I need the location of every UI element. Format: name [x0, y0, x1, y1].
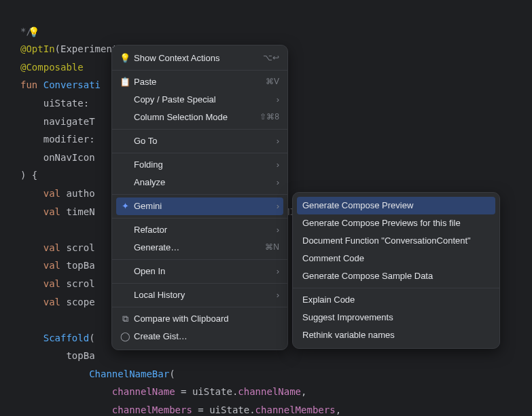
menu-separator	[112, 153, 287, 153]
menu-goto[interactable]: Go To ›	[112, 132, 287, 150]
arg-channelname: channelName	[112, 386, 175, 397]
submenu-comment-code[interactable]: Comment Code	[293, 250, 499, 267]
submenu-generate-sample-data[interactable]: Generate Compose Sample Data	[293, 267, 499, 285]
menu-separator	[112, 218, 287, 219]
menu-generate[interactable]: Generate… ⌘N	[112, 239, 287, 257]
val-kw-5: val	[43, 278, 60, 289]
channelnamebar-call: ChannelNameBar	[89, 368, 169, 379]
scaffold-call: Scaffold	[43, 333, 89, 343]
menu-separator	[112, 259, 287, 260]
gemini-icon: ✦	[119, 201, 131, 212]
chevron-right-icon: ›	[277, 159, 279, 171]
github-icon: ◯	[119, 331, 131, 343]
menu-gemini[interactable]: ✦ Gemini ›	[116, 197, 283, 215]
var-scrol2: scrol	[66, 278, 94, 289]
menu-separator	[112, 129, 287, 130]
paren-open: (	[55, 43, 60, 54]
menu-separator	[112, 307, 287, 307]
menu-show-context-actions[interactable]: 💡 Show Context Actions ⌥↩	[112, 50, 287, 67]
bulb-icon: 💡	[119, 53, 131, 64]
chevron-right-icon: ›	[277, 177, 279, 189]
submenu-document-function[interactable]: Document Function "ConversationContent"	[293, 232, 499, 250]
val-kw-3: val	[43, 242, 60, 253]
param-modifier: modifier:	[43, 134, 95, 145]
chevron-right-icon: ›	[277, 266, 279, 278]
context-menu: 💡 Show Context Actions ⌥↩ 📋 Paste ⌘V Cop…	[111, 45, 288, 350]
fun-keyword: fun	[20, 79, 37, 90]
arg-topba: topBa	[66, 350, 94, 361]
param-uistate: uiState:	[43, 98, 89, 109]
menu-paste[interactable]: 📋 Paste ⌘V	[112, 73, 287, 91]
var-autho: autho	[66, 188, 94, 199]
arg-channelmembers: channelMembers	[112, 404, 192, 415]
val-kw-6: val	[43, 297, 60, 307]
chevron-right-icon: ›	[277, 136, 279, 147]
menu-separator	[293, 288, 499, 288]
var-timen: timeN	[66, 206, 94, 217]
var-scope: scope	[66, 297, 94, 307]
function-name: Conversati	[43, 79, 101, 90]
menu-separator	[112, 283, 287, 284]
param-navigate: navigateT	[43, 116, 95, 127]
chevron-right-icon: ›	[277, 290, 279, 301]
optin-annotation: @OptIn	[20, 43, 55, 54]
menu-create-gist[interactable]: ◯ Create Gist…	[112, 328, 287, 345]
menu-local-history[interactable]: Local History ›	[112, 286, 287, 304]
val-kw-1: val	[43, 188, 60, 199]
submenu-rethink-variable-names[interactable]: Rethink variable names	[293, 326, 499, 344]
val-kw-4: val	[43, 260, 60, 271]
submenu-explain-code[interactable]: Explain Code	[293, 291, 499, 309]
menu-separator	[112, 194, 287, 195]
var-scrol1: scrol	[66, 242, 94, 253]
intention-bulb-icon[interactable]: 💡	[28, 23, 39, 41]
menu-separator	[112, 70, 287, 71]
var-topba: topBa	[66, 260, 94, 271]
submenu-suggest-improvements[interactable]: Suggest Improvements	[293, 309, 499, 326]
diff-icon: ⧉	[119, 314, 131, 325]
chevron-right-icon: ›	[277, 201, 279, 212]
menu-refactor[interactable]: Refactor ›	[112, 221, 287, 239]
menu-copy-paste-special[interactable]: Copy / Paste Special ›	[112, 91, 287, 109]
menu-column-selection[interactable]: Column Selection Mode ⇧⌘8	[112, 109, 287, 126]
mem-channelname: channelName	[238, 386, 301, 397]
composable-annotation: @Composable	[20, 62, 84, 73]
menu-compare-clipboard[interactable]: ⧉ Compare with Clipboard	[112, 310, 287, 328]
menu-folding[interactable]: Folding ›	[112, 156, 287, 174]
submenu-generate-preview[interactable]: Generate Compose Preview	[297, 197, 495, 214]
val-kw-2: val	[43, 206, 60, 217]
param-onnavicon: onNavIcon	[43, 152, 95, 163]
menu-analyze[interactable]: Analyze ›	[112, 174, 287, 191]
close-paren-brace: ) {	[20, 170, 37, 181]
clipboard-icon: 📋	[119, 77, 131, 88]
chevron-right-icon: ›	[277, 225, 279, 236]
mem-channelmembers: channelMembers	[255, 404, 336, 415]
submenu-generate-previews-file[interactable]: Generate Compose Previews for this file	[293, 214, 499, 232]
chevron-right-icon: ›	[277, 94, 279, 106]
gemini-submenu: Generate Compose Preview Generate Compos…	[292, 192, 500, 349]
menu-open-in[interactable]: Open In ›	[112, 263, 287, 280]
